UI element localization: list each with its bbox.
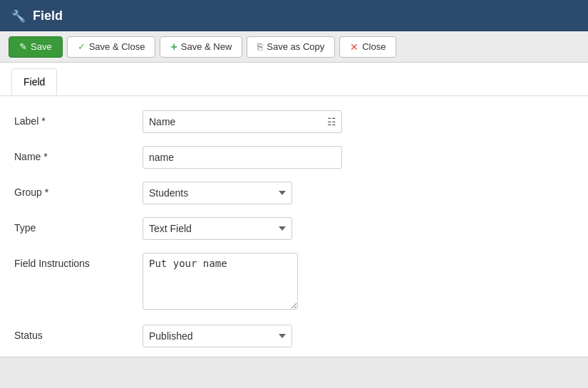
page-title: Field bbox=[33, 9, 63, 23]
close-label: Close bbox=[362, 41, 386, 52]
page-header: Field bbox=[0, 0, 588, 31]
label-input-wrap: ☷ bbox=[143, 110, 342, 133]
check-icon bbox=[78, 41, 86, 52]
close-icon bbox=[350, 41, 359, 53]
status-field-wrap: Published Unpublished bbox=[143, 325, 574, 347]
save-copy-button[interactable]: Save as Copy bbox=[247, 36, 335, 58]
instructions-textarea[interactable]: Put your name bbox=[143, 253, 298, 310]
type-select[interactable]: Text Field bbox=[143, 217, 292, 240]
save-icon bbox=[19, 41, 27, 52]
tab-field[interactable]: Field bbox=[11, 68, 57, 95]
group-field-label: Group * bbox=[14, 182, 143, 198]
name-input[interactable] bbox=[143, 146, 342, 169]
form-content: Label * ☷ Name * Group * Students Type T… bbox=[0, 96, 588, 374]
bottom-bar bbox=[0, 357, 588, 388]
tab-bar: Field bbox=[0, 63, 588, 96]
type-field-label: Type bbox=[14, 217, 143, 234]
wrench-icon bbox=[11, 9, 26, 23]
name-field-wrap bbox=[143, 146, 574, 169]
label-row: Label * ☷ bbox=[14, 110, 574, 133]
name-field-label: Name * bbox=[14, 146, 143, 162]
label-input-icon: ☷ bbox=[327, 116, 336, 127]
instructions-label: Field Instructions bbox=[14, 253, 143, 269]
group-row: Group * Students bbox=[14, 182, 574, 204]
status-row: Status Published Unpublished bbox=[14, 325, 574, 347]
type-row: Type Text Field bbox=[14, 217, 574, 240]
close-button[interactable]: Close bbox=[339, 36, 396, 58]
status-label: Status bbox=[14, 325, 143, 341]
type-field-wrap: Text Field bbox=[143, 217, 574, 240]
status-select[interactable]: Published Unpublished bbox=[143, 325, 292, 347]
save-copy-label: Save as Copy bbox=[267, 41, 324, 52]
group-select[interactable]: Students bbox=[143, 182, 292, 204]
toolbar: Save Save & Close Save & New Save as Cop… bbox=[0, 31, 588, 63]
instructions-field-wrap: Put your name bbox=[143, 253, 574, 312]
group-field-wrap: Students bbox=[143, 182, 574, 204]
save-new-button[interactable]: Save & New bbox=[160, 36, 242, 58]
save-close-button[interactable]: Save & Close bbox=[67, 36, 156, 58]
save-label: Save bbox=[31, 41, 52, 52]
instructions-row: Field Instructions Put your name bbox=[14, 253, 574, 312]
label-field-label: Label * bbox=[14, 110, 143, 127]
save-close-label: Save & Close bbox=[89, 41, 145, 52]
save-new-label: Save & New bbox=[181, 41, 232, 52]
save-button[interactable]: Save bbox=[9, 36, 63, 58]
label-field-wrap: ☷ bbox=[143, 110, 574, 133]
name-row: Name * bbox=[14, 146, 574, 169]
label-input[interactable] bbox=[143, 110, 342, 133]
copy-icon bbox=[257, 41, 263, 52]
plus-icon bbox=[170, 41, 177, 53]
